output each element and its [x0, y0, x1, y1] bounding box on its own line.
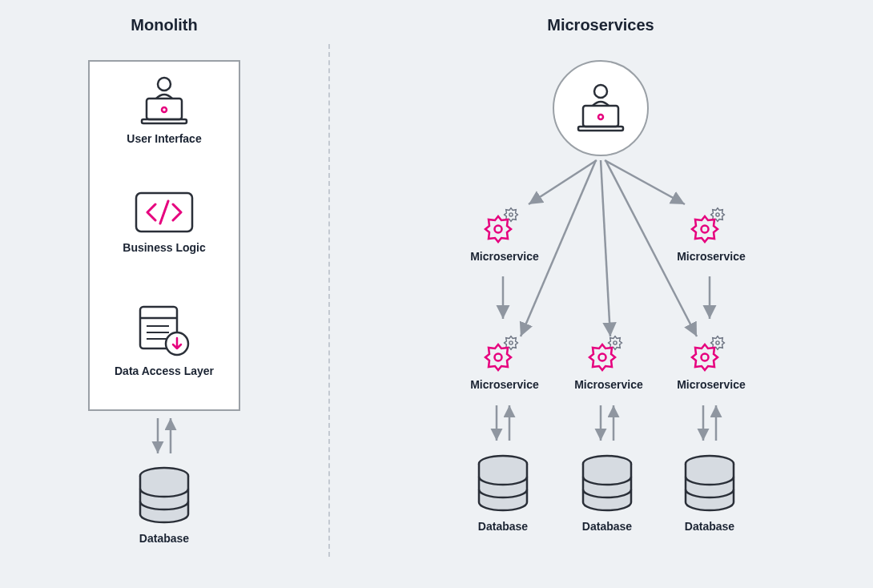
- down-arrow-icon: [487, 272, 519, 328]
- svg-point-23: [509, 213, 513, 216]
- bidir-arrow-icon: [583, 401, 631, 449]
- microservice-label: Microservice: [677, 378, 746, 391]
- svg-point-14: [594, 85, 607, 98]
- svg-point-17: [598, 115, 603, 119]
- bidir-arrow-icon: [686, 401, 734, 449]
- database-label: Database: [685, 520, 734, 533]
- gears-icon: [687, 335, 735, 373]
- data-access-icon: [132, 302, 196, 360]
- microservice-database: Database: [559, 453, 655, 533]
- microservice-node: Microservice: [663, 335, 759, 391]
- monolith-ui-layer: User Interface: [90, 76, 239, 145]
- microservice-label: Microservice: [677, 250, 746, 263]
- microservice-label: Microservice: [470, 378, 539, 391]
- gears-icon: [687, 207, 735, 245]
- divider-line: [328, 44, 330, 557]
- microservice-label: Microservice: [470, 250, 539, 263]
- svg-point-31: [614, 341, 617, 344]
- svg-point-32: [599, 354, 606, 361]
- user-node: [553, 60, 649, 156]
- data-label: Data Access Layer: [115, 364, 214, 377]
- monolith-database: Database: [116, 465, 212, 545]
- svg-point-29: [509, 341, 513, 344]
- database-icon: [576, 453, 638, 515]
- down-arrow-icon: [694, 272, 726, 328]
- svg-point-24: [495, 226, 502, 233]
- database-icon: [472, 453, 534, 515]
- user-laptop-icon: [572, 83, 630, 133]
- svg-point-25: [716, 213, 719, 216]
- microservice-label: Microservice: [574, 378, 643, 391]
- logic-label: Business Logic: [123, 241, 205, 254]
- gears-icon: [481, 335, 529, 373]
- monolith-container: User Interface Business Logic: [88, 60, 240, 411]
- microservice-database: Database: [662, 453, 758, 533]
- monolith-logic-layer: Business Logic: [90, 190, 239, 254]
- svg-rect-2: [142, 119, 187, 123]
- architecture-diagram: Monolith Microservices User Interface: [0, 0, 873, 588]
- svg-rect-1: [147, 99, 182, 119]
- svg-rect-16: [578, 127, 623, 131]
- microservice-node: Microservice: [457, 207, 553, 263]
- monolith-title: Monolith: [88, 16, 240, 34]
- database-label: Database: [139, 532, 189, 545]
- svg-point-0: [158, 78, 171, 91]
- code-icon: [133, 190, 195, 235]
- svg-point-26: [702, 226, 709, 233]
- ui-label: User Interface: [127, 132, 201, 145]
- svg-point-3: [162, 107, 167, 112]
- svg-point-30: [495, 354, 502, 361]
- microservice-node: Microservice: [663, 207, 759, 263]
- database-label: Database: [478, 520, 528, 533]
- bidir-arrow-icon: [479, 401, 527, 449]
- microservice-database: Database: [455, 453, 551, 533]
- microservice-node: Microservice: [457, 335, 553, 391]
- svg-rect-15: [583, 106, 618, 127]
- bidir-arrow-icon: [140, 413, 188, 461]
- user-laptop-icon: [135, 76, 193, 126]
- svg-line-21: [601, 160, 610, 336]
- svg-point-34: [702, 354, 709, 361]
- microservices-title: Microservices: [432, 16, 769, 34]
- gears-icon: [585, 335, 633, 373]
- database-label: Database: [582, 520, 632, 533]
- database-icon: [133, 465, 195, 527]
- svg-point-33: [716, 341, 719, 344]
- database-icon: [678, 453, 741, 515]
- microservice-node: Microservice: [561, 335, 657, 391]
- gears-icon: [481, 207, 529, 245]
- monolith-data-layer: Data Access Layer: [90, 302, 239, 377]
